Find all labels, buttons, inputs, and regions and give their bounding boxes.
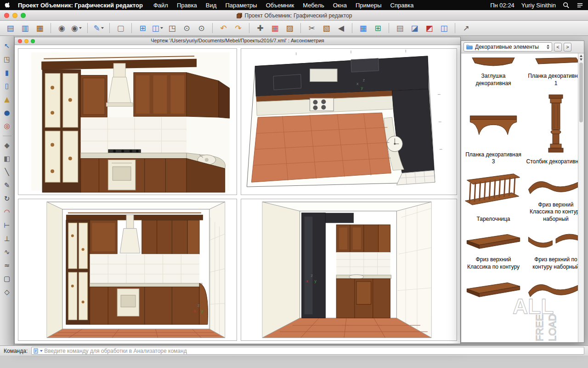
library-item[interactable]	[463, 274, 524, 304]
torus-button[interactable]: ◎	[2, 121, 12, 131]
library-item[interactable]: Тарелочница	[463, 169, 524, 226]
view-layout-button[interactable]: ▥	[18, 22, 32, 34]
mirror-button[interactable]: ◧	[2, 154, 12, 164]
apple-logo-icon[interactable]	[5, 2, 11, 9]
cut-element-button[interactable]: ✂	[305, 22, 318, 34]
scroll-down-icon[interactable]	[580, 58, 582, 61]
undo-button[interactable]: ↶	[217, 22, 230, 34]
camera-add-button[interactable]: ◉	[70, 22, 83, 34]
zoom-page-button[interactable]: ⊙	[195, 22, 208, 34]
menubar-item[interactable]: Объемник	[266, 2, 294, 9]
category-prev-button[interactable]: <	[554, 43, 562, 52]
dimension-button[interactable]: ⊢	[2, 221, 12, 230]
viewport-front[interactable]: z x y	[18, 199, 237, 341]
window-title: Проект Объемник: Графический редактор	[0, 10, 588, 21]
wave-curve-icon: ≈	[4, 262, 10, 269]
redo-button[interactable]: ↷	[232, 22, 245, 34]
category-spinner[interactable]	[547, 45, 549, 49]
menubar-item[interactable]: Файл	[153, 2, 168, 9]
library-item[interactable]: Заглушка декоративная	[463, 54, 524, 90]
pin-button[interactable]: ↗	[459, 22, 473, 34]
sphere-button[interactable]: ●	[2, 108, 12, 118]
drawing-titlebar[interactable]: Чертеж '/Users/yuriy/Documents/Mebel/Про…	[15, 37, 460, 45]
command-input-wrapper[interactable]	[31, 347, 584, 355]
view-axonometry-button[interactable]: ▤	[4, 22, 17, 34]
viewport-top[interactable]: x z y	[241, 48, 457, 195]
menubar-item[interactable]: Мебель	[303, 2, 324, 9]
macos-menubar: Проект Объемник: Графический редактор Фа…	[0, 0, 588, 10]
menubar-item[interactable]: Примеры	[356, 2, 382, 9]
table-icon: ▦	[359, 24, 367, 32]
rotate-button[interactable]: ↻	[2, 194, 12, 204]
zoom-in-button[interactable]: ⊙	[180, 22, 193, 34]
library-item[interactable]: Столбик декоративный	[525, 90, 578, 169]
command-input[interactable]	[44, 348, 582, 354]
walls-icon: ◳	[4, 56, 10, 63]
draw-button[interactable]: ✎	[92, 22, 105, 34]
cabinet-box-button[interactable]: ▮	[2, 68, 12, 78]
table-button[interactable]: ▦	[356, 22, 370, 34]
axes-button[interactable]: ⊥	[2, 234, 12, 244]
report-button[interactable]: ▤	[393, 22, 407, 34]
undo-icon: ↶	[220, 24, 226, 32]
dimension-icon: ⊢	[4, 222, 10, 229]
spotlight-search-icon[interactable]	[563, 2, 570, 9]
menubar-item[interactable]: Правка	[177, 2, 197, 9]
drawing-title: Чертеж '/Users/yuriy/Documents/Mebel/Про…	[15, 38, 460, 43]
menubar-item[interactable]: Справка	[390, 2, 414, 9]
category-next-button[interactable]: >	[564, 43, 571, 52]
toolbar-separator	[352, 23, 352, 33]
wood-panel-button[interactable]: ▧	[320, 22, 333, 34]
rectangle-button[interactable]: ▢	[2, 274, 12, 284]
view-cabinet-button[interactable]: ▦	[33, 22, 46, 34]
menubar-item[interactable]: Вид	[206, 2, 217, 9]
scroll-up-icon[interactable]	[580, 55, 582, 57]
viewport-side[interactable]: z x y	[241, 199, 457, 341]
pencil-button[interactable]: ✎	[2, 181, 12, 190]
wave-curve-button[interactable]: ≈	[2, 261, 12, 270]
menubar-app-name[interactable]: Проект Объемник: Графический редактор	[18, 2, 143, 9]
chart-button[interactable]: ◪	[408, 22, 421, 34]
window-footer	[0, 356, 588, 368]
window-tile-button[interactable]: ◫	[437, 22, 451, 34]
menubar-user[interactable]: Yuriy Sinithin	[521, 2, 556, 9]
cylinder-button[interactable]: ▯	[2, 81, 12, 91]
menubar-item[interactable]: Параметры	[225, 2, 257, 9]
sound-button[interactable]: ◀	[334, 22, 348, 34]
walls-button[interactable]: ◳	[2, 55, 12, 64]
materials-grid-button[interactable]: ▦	[268, 22, 282, 34]
grid-button[interactable]: ⊞	[136, 22, 149, 34]
viewport-axonometry[interactable]	[18, 48, 237, 195]
spline-button[interactable]: ∿	[2, 247, 12, 257]
scrollbar-thumb[interactable]	[579, 63, 583, 122]
arc-button[interactable]: ◠	[2, 207, 12, 217]
table-add-button[interactable]: ⊞	[371, 22, 384, 34]
line-button[interactable]: ╲	[2, 167, 12, 177]
copy-drawing-button[interactable]: ▢	[114, 22, 127, 34]
category-dropdown[interactable]: Декоративные элементы	[464, 42, 552, 52]
notification-center-icon[interactable]	[577, 2, 583, 9]
library-item[interactable]: Планка декоративная 1	[525, 54, 578, 90]
menubar-item[interactable]: Окна	[333, 2, 347, 9]
select-button[interactable]: ↖	[2, 41, 12, 51]
library-item[interactable]	[525, 274, 578, 304]
panel-scrollbar[interactable]	[578, 53, 584, 342]
paint-button[interactable]: ◩	[423, 22, 436, 34]
split-view-icon: ◫	[152, 24, 159, 32]
menubar-clock[interactable]: Пн 02:24	[490, 2, 514, 9]
cone-button[interactable]: ▲	[2, 95, 12, 104]
polygon-button[interactable]: ◇	[2, 288, 12, 297]
library-item[interactable]: Планка декоративная 3	[463, 90, 524, 169]
extrude-button[interactable]: ◆	[2, 141, 12, 150]
fit-view-button[interactable]: ◳	[165, 22, 179, 34]
library-item[interactable]: Фриз верхний по контуру наборный	[525, 226, 578, 274]
command-dropdown-icon[interactable]	[40, 350, 43, 352]
split-view-button[interactable]: ◫	[151, 22, 164, 34]
view-layout-icon: ▥	[21, 24, 28, 32]
grid-icon: ⊞	[139, 24, 146, 32]
library-item[interactable]: Фриз верхний Классика по контуру наборны…	[525, 169, 578, 226]
move-view-button[interactable]: ✚	[254, 22, 267, 34]
camera-button[interactable]: ◉	[55, 22, 68, 34]
texture-view-button[interactable]: ▨	[283, 22, 296, 34]
library-item[interactable]: Фриз верхний Классика по контуру	[463, 226, 524, 274]
